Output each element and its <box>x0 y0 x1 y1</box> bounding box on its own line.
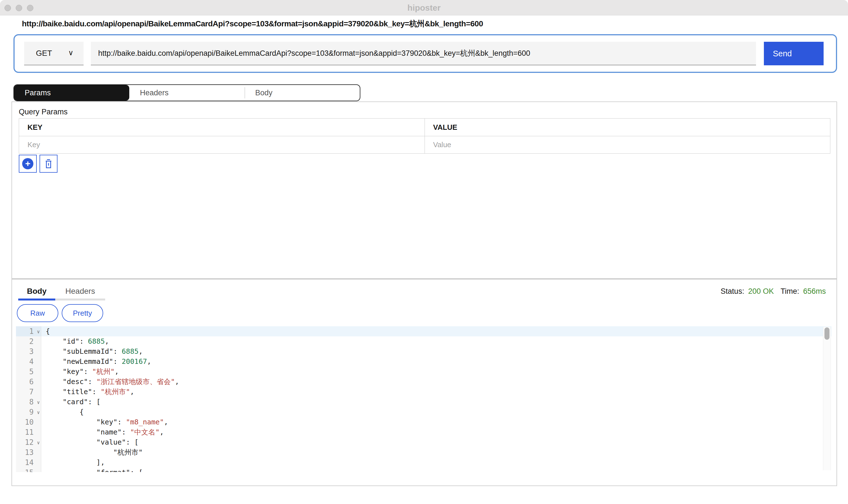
code-text: "杭州市" <box>41 447 831 457</box>
code-line: 6 "desc": "浙江省辖地级市、省会", <box>16 377 831 387</box>
code-scrollbar[interactable] <box>823 327 831 470</box>
response-tab-headers[interactable]: Headers <box>55 284 105 301</box>
code-line: 11 "name": "中文名", <box>16 427 831 437</box>
code-line: 15 "format": [ <box>16 468 831 472</box>
status-label: Status: <box>721 287 744 296</box>
fold-arrow-icon[interactable]: ∨ <box>37 327 40 337</box>
url-input[interactable] <box>91 42 756 65</box>
time-label: Time: <box>780 287 799 296</box>
line-number: 6 <box>16 377 41 387</box>
plus-icon: + <box>22 158 33 169</box>
line-number: 5 <box>16 367 41 377</box>
param-value-input[interactable] <box>433 141 810 149</box>
response-code[interactable]: 1∨{2 "id": 6885,3 "subLemmaId": 6885,4 "… <box>16 326 831 472</box>
code-line: 2 "id": 6885, <box>16 336 831 346</box>
code-text: "key": "杭州", <box>41 367 831 377</box>
line-number: 2 <box>16 336 41 346</box>
status-value: 200 OK <box>748 287 774 296</box>
line-number: 13 <box>16 447 41 457</box>
request-tabs: Params Headers Body <box>14 84 360 101</box>
response-tab-headers-label: Headers <box>65 287 95 296</box>
line-number: 15 <box>16 468 41 472</box>
tab-headers-label: Headers <box>140 89 169 97</box>
time-value: 656ms <box>803 287 826 296</box>
line-number: 9∨ <box>16 407 41 417</box>
code-line: 9∨ { <box>16 407 831 417</box>
line-number: 14 <box>16 457 41 468</box>
param-actions: + <box>19 155 57 173</box>
column-header-value: VALUE <box>425 119 830 136</box>
delete-param-button[interactable] <box>39 155 57 173</box>
window-title: hiposter <box>0 0 848 15</box>
method-select-value: GET <box>36 49 52 58</box>
line-number: 8∨ <box>16 397 41 407</box>
pretty-button[interactable]: Pretty <box>62 304 103 322</box>
code-line: 12∨ "value": [ <box>16 437 831 447</box>
fold-arrow-icon[interactable]: ∨ <box>37 407 40 417</box>
panel-divider <box>12 278 836 280</box>
code-line: 4 "newLemmaId": 200167, <box>16 357 831 367</box>
request-bar: GET ∨ Send <box>14 34 837 73</box>
column-header-key: KEY <box>19 119 425 136</box>
code-text: "subLemmaId": 6885, <box>41 346 831 357</box>
code-text: "card": [ <box>41 397 831 407</box>
code-text: "key": "m8_name", <box>41 417 831 427</box>
code-line: 13 "杭州市" <box>16 447 831 457</box>
line-number: 7 <box>16 387 41 397</box>
code-line: 8∨ "card": [ <box>16 397 831 407</box>
trash-icon <box>43 158 54 169</box>
add-param-button[interactable]: + <box>19 155 37 173</box>
value-cell <box>425 136 830 153</box>
response-tab-body[interactable]: Body <box>18 284 55 301</box>
param-key-input[interactable] <box>28 141 405 149</box>
code-line: 14 ], <box>16 457 831 468</box>
tab-headers[interactable]: Headers <box>129 85 245 101</box>
code-text: { <box>41 407 831 417</box>
response-status-line: Status: 200 OK Time: 656ms <box>721 287 826 296</box>
key-cell <box>19 136 425 153</box>
tab-body[interactable]: Body <box>245 85 360 101</box>
tab-params[interactable]: Params <box>14 85 129 101</box>
line-number: 3 <box>16 346 41 357</box>
main-panel: Query Params KEY VALUE + <box>12 102 837 486</box>
scrollbar-thumb[interactable] <box>825 327 830 340</box>
code-text: ], <box>41 457 831 468</box>
tab-body-label: Body <box>255 89 272 97</box>
code-text: "title": "杭州市", <box>41 387 831 397</box>
fold-arrow-icon[interactable]: ∨ <box>37 437 40 448</box>
line-number: 11 <box>16 427 41 437</box>
query-params-title: Query Params <box>19 108 68 116</box>
send-button[interactable]: Send <box>764 42 824 65</box>
query-params-input-row <box>19 136 830 153</box>
fold-arrow-icon[interactable]: ∨ <box>37 397 40 407</box>
code-text: { <box>41 326 831 336</box>
response-tab-body-label: Body <box>27 287 47 296</box>
code-line: 5 "key": "杭州", <box>16 367 831 377</box>
query-params-table: KEY VALUE <box>19 118 830 154</box>
code-text: "value": [ <box>41 437 831 447</box>
line-number: 4 <box>16 357 41 367</box>
code-text: "id": 6885, <box>41 336 831 346</box>
tab-params-label: Params <box>25 89 51 97</box>
line-number: 12∨ <box>16 437 41 447</box>
line-number: 1∨ <box>16 326 41 336</box>
line-number: 10 <box>16 417 41 427</box>
code-line: 10 "key": "m8_name", <box>16 417 831 427</box>
chevron-down-icon: ∨ <box>68 49 73 57</box>
response-tabs: Body Headers <box>18 284 105 301</box>
code-text: "desc": "浙江省辖地级市、省会", <box>41 377 831 387</box>
window-titlebar: hiposter <box>0 0 848 15</box>
code-line: 1∨{ <box>16 326 831 336</box>
response-view-buttons: Raw Pretty <box>17 304 103 322</box>
raw-button[interactable]: Raw <box>17 304 58 322</box>
code-line: 7 "title": "杭州市", <box>16 387 831 397</box>
query-params-header-row: KEY VALUE <box>19 119 830 136</box>
code-text: "format": [ <box>41 468 831 472</box>
method-select[interactable]: GET ∨ <box>24 42 84 65</box>
code-text: "name": "中文名", <box>41 427 831 437</box>
code-line: 3 "subLemmaId": 6885, <box>16 346 831 357</box>
request-url-heading: http://baike.baidu.com/api/openapi/Baike… <box>22 18 835 29</box>
code-text: "newLemmaId": 200167, <box>41 357 831 367</box>
